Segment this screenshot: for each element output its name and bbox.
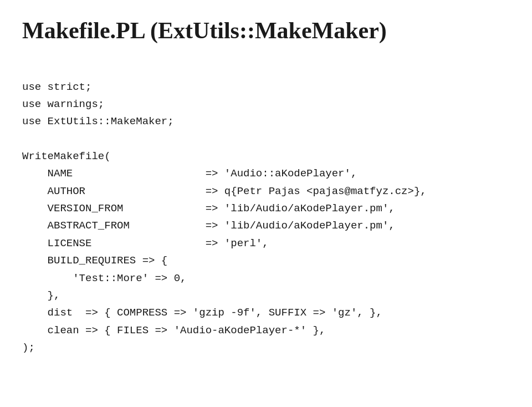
code-line [22, 131, 510, 148]
code-line: use warnings; [22, 96, 510, 113]
code-block: use strict;use warnings;use ExtUtils::Ma… [22, 61, 510, 357]
code-line: dist => { COMPRESS => 'gzip -9f', SUFFIX… [22, 304, 510, 322]
page-title: Makefile.PL (ExtUtils::MakeMaker) [22, 17, 510, 44]
code-line: 'Test::More' => 0, [22, 270, 510, 287]
code-line: VERSION_FROM => 'lib/Audio/aKodePlayer.p… [22, 200, 510, 217]
code-line: NAME => 'Audio::aKodePlayer', [22, 165, 510, 182]
code-line: }, [22, 287, 510, 304]
code-line: AUTHOR => q{Petr Pajas <pajas@matfyz.cz>… [22, 183, 510, 200]
code-line: ABSTRACT_FROM => 'lib/Audio/aKodePlayer.… [22, 217, 510, 235]
code-line: LICENSE => 'perl', [22, 235, 510, 252]
code-line: use ExtUtils::MakeMaker; [22, 113, 510, 130]
code-line: use strict; [22, 79, 510, 96]
code-line: clean => { FILES => 'Audio-aKodePlayer-*… [22, 322, 510, 339]
code-line: BUILD_REQUIRES => { [22, 252, 510, 269]
code-line: ); [22, 339, 510, 357]
code-line: WriteMakefile( [22, 148, 510, 165]
